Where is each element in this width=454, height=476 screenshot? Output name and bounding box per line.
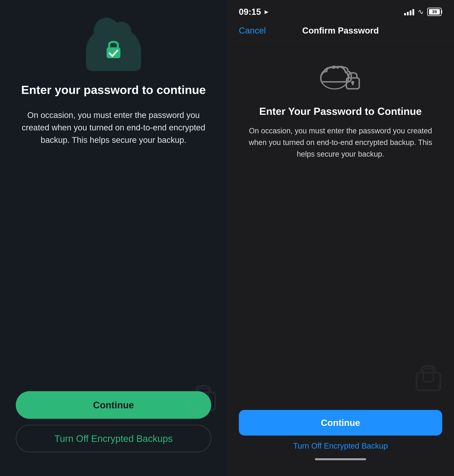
right-continue-button[interactable]: Continue: [239, 410, 442, 436]
battery-body: 39: [427, 8, 442, 16]
right-turn-off-button[interactable]: Turn Off Encrypted Backup: [293, 441, 388, 450]
left-turn-off-button[interactable]: Turn Off Encrypted Backups: [16, 425, 211, 452]
right-description: On occasion, you must enter the password…: [243, 125, 438, 160]
location-icon: ►: [264, 8, 270, 16]
left-continue-button[interactable]: Continue: [16, 391, 211, 419]
left-title: Enter your password to continue: [21, 83, 206, 97]
right-bottom: Continue Turn Off Encrypted Backup: [227, 410, 454, 460]
battery-level: 39: [432, 9, 437, 14]
svg-point-8: [332, 68, 345, 79]
status-icons: ∿ 39: [404, 8, 442, 16]
status-bar: 09:15 ► ∿ 39: [227, 0, 454, 20]
nav-bar: Cancel Confirm Password: [227, 20, 454, 41]
svg-rect-11: [352, 82, 354, 85]
cancel-button[interactable]: Cancel: [239, 26, 266, 36]
home-indicator: [315, 458, 366, 460]
left-buttons: Continue Turn Off Encrypted Backups: [16, 391, 211, 452]
signal-bars-icon: [404, 8, 414, 16]
signal-bar-4: [412, 9, 414, 16]
signal-bar-3: [410, 10, 411, 16]
svg-rect-0: [107, 47, 120, 58]
signal-bar-1: [404, 13, 406, 16]
left-main-content: Enter your password to continue On occas…: [16, 28, 211, 146]
left-panel: Enter your password to continue On occas…: [0, 0, 227, 476]
battery-icon: 39: [427, 8, 442, 16]
nav-title: Confirm Password: [302, 26, 379, 36]
right-panel: 09:15 ► ∿ 39 Cancel Co: [227, 0, 454, 476]
lock-check-icon: [104, 38, 123, 61]
cloud-lock-icon: [86, 28, 141, 71]
left-description: On occasion, you must enter the password…: [16, 109, 211, 146]
cloud-lock-icon-right: [319, 57, 362, 94]
svg-rect-2: [198, 388, 208, 401]
right-title: Enter Your Password to Continue: [259, 105, 422, 117]
clock: 09:15: [239, 7, 261, 17]
wifi-icon: ∿: [418, 8, 424, 16]
signal-bar-2: [407, 12, 409, 16]
left-watermark: [188, 381, 219, 413]
right-watermark: [413, 361, 444, 393]
svg-rect-13: [424, 369, 433, 382]
status-time: 09:15 ►: [239, 7, 270, 17]
